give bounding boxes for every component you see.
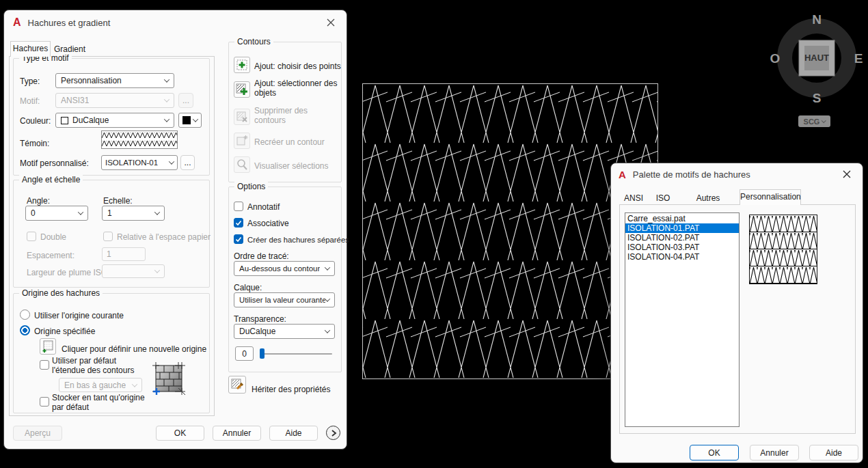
list-item[interactable]: ISOLATION-03.PAT: [625, 243, 739, 252]
pick-origin-button[interactable]: [40, 338, 56, 355]
remove-boundaries-label: Supprimer des contours: [254, 106, 329, 125]
origin-position-value: En bas à gauche: [64, 381, 126, 390]
list-item[interactable]: ISOLATION-04.PAT: [625, 252, 739, 262]
color-swatch-black-icon: [182, 116, 191, 124]
chevron-down-icon: [193, 116, 198, 122]
relative-checkbox[interactable]: [103, 232, 113, 241]
transparence-amount-input[interactable]: 0: [235, 346, 254, 361]
add-select-objects-button[interactable]: [234, 81, 250, 98]
remove-boundaries-button[interactable]: [234, 109, 250, 125]
tab-ansi[interactable]: ANSI: [619, 191, 648, 205]
origin-position-select[interactable]: En bas à gauche: [59, 378, 142, 392]
separate-hatches-label: Créer des hachures séparées: [247, 235, 349, 245]
associative-label: Associative: [247, 219, 289, 228]
tab-hachures[interactable]: Hachures: [10, 41, 51, 57]
hatch-color-select[interactable]: [178, 113, 202, 128]
type-label: Type:: [20, 77, 40, 86]
chevron-down-icon: [164, 77, 169, 82]
type-value: Personnalisation: [61, 76, 122, 85]
couleur-label: Couleur:: [20, 116, 51, 126]
echelle-select[interactable]: 1: [102, 206, 165, 221]
custom-pattern-browse-button[interactable]: ...: [180, 155, 195, 170]
transparence-slider-track[interactable]: [260, 353, 332, 355]
list-item-selected[interactable]: ISOLATION-01.PAT: [625, 223, 739, 233]
autocad-logo-icon: A: [619, 169, 626, 180]
double-label: Double: [40, 232, 66, 242]
view-selections-button[interactable]: [234, 156, 250, 173]
origine-courante-radio[interactable]: [20, 309, 30, 320]
custom-pattern-select[interactable]: ISOLATION-01: [101, 155, 178, 170]
chevron-down-icon: [78, 209, 83, 215]
aide-button[interactable]: Aide: [269, 426, 318, 441]
list-item[interactable]: ISOLATION-02.PAT: [625, 233, 739, 243]
largeur-plume-select[interactable]: [102, 264, 165, 278]
group-legend: Contours: [234, 37, 273, 46]
extent-label: Utiliser par défaut l'étendue des contou…: [52, 356, 146, 375]
viewcube-north[interactable]: N: [812, 12, 822, 27]
motif-browse-button[interactable]: ...: [178, 93, 193, 108]
recreate-boundary-button[interactable]: [234, 133, 250, 149]
add-pick-points-button[interactable]: [234, 57, 250, 73]
add-select-objects-icon: [236, 83, 248, 96]
motif-select[interactable]: ANSI31: [55, 93, 174, 108]
angle-select[interactable]: 0: [25, 206, 88, 221]
magnifier-icon: [236, 159, 248, 171]
group-legend: Origine des hachures: [19, 288, 103, 298]
annuler-button[interactable]: Annuler: [213, 426, 261, 441]
group-legend: Options: [234, 182, 268, 191]
list-item[interactable]: Carre_essai.pat: [625, 214, 739, 223]
transparence-slider-handle[interactable]: [260, 348, 265, 359]
annotatif-label: Annotatif: [247, 202, 280, 212]
more-options-button[interactable]: [326, 426, 340, 440]
aide-button[interactable]: Aide: [809, 445, 858, 460]
pattern-list[interactable]: Carre_essai.pat ISOLATION-01.PAT ISOLATI…: [625, 212, 740, 427]
transparence-select[interactable]: DuCalque: [234, 324, 335, 339]
chevron-down-icon: [154, 209, 160, 215]
double-checkbox[interactable]: [27, 232, 36, 241]
chevron-down-icon: [164, 96, 169, 102]
chevron-down-icon: [325, 296, 330, 301]
annotatif-checkbox[interactable]: [234, 202, 243, 211]
origine-specifiee-radio[interactable]: [20, 325, 30, 335]
viewcube-east[interactable]: E: [854, 51, 863, 66]
extent-checkbox[interactable]: [40, 360, 49, 370]
recreate-boundary-label: Recréer un contour: [254, 137, 325, 147]
inherit-properties-label: Hériter des propriétés: [252, 385, 330, 394]
annuler-button[interactable]: Annuler: [750, 445, 799, 460]
calque-select[interactable]: Utiliser la valeur courante: [234, 292, 335, 307]
type-select[interactable]: Personnalisation: [55, 73, 174, 88]
chevron-right-icon: [330, 430, 337, 437]
dialog-titlebar[interactable]: A Hachures et gradient: [4, 10, 347, 35]
viewcube-top-label[interactable]: HAUT: [804, 53, 829, 63]
tab-autres-predefinis[interactable]: Autres prédéfinis: [678, 191, 738, 205]
ucs-selector[interactable]: SCG: [798, 115, 830, 127]
store-origin-checkbox[interactable]: [40, 397, 49, 407]
separate-hatches-checkbox[interactable]: [234, 234, 243, 244]
hatch-gradient-dialog: A Hachures et gradient Hachures Gradient…: [3, 10, 347, 450]
motif-value: ANSI31: [61, 96, 89, 105]
viewcube-south[interactable]: S: [813, 91, 822, 105]
associative-checkbox[interactable]: [234, 218, 243, 228]
relative-label: Relative à l'espace papier: [117, 232, 211, 242]
pattern-preview-swatch: [101, 130, 178, 149]
chevron-down-icon: [132, 381, 137, 387]
dialog-titlebar[interactable]: A Palette de motifs de hachures: [611, 163, 863, 185]
inherit-properties-button[interactable]: [228, 376, 246, 394]
ordre-trace-select[interactable]: Au-dessous du contour: [234, 261, 335, 276]
tab-personnalisation[interactable]: Personnalisation: [740, 189, 801, 205]
dialog-title: Palette de motifs de hachures: [633, 169, 750, 180]
ok-button[interactable]: OK: [690, 445, 739, 460]
couleur-select[interactable]: DuCalque: [55, 113, 174, 128]
espacement-input[interactable]: 1: [102, 247, 146, 261]
viewcube[interactable]: N S O E HAUT: [769, 7, 865, 111]
tab-iso[interactable]: ISO: [649, 191, 677, 205]
close-icon[interactable]: [326, 18, 337, 29]
pick-origin-label: Cliquer pour définir une nouvelle origin…: [62, 344, 206, 354]
dialog-title: Hachures et gradient: [28, 18, 111, 28]
ok-button[interactable]: OK: [156, 426, 204, 441]
inherit-properties-icon: [230, 378, 244, 391]
pattern-preview: [749, 215, 817, 284]
apercu-button[interactable]: Aperçu: [13, 426, 62, 441]
close-icon[interactable]: [842, 169, 853, 180]
viewcube-west[interactable]: O: [770, 51, 781, 66]
